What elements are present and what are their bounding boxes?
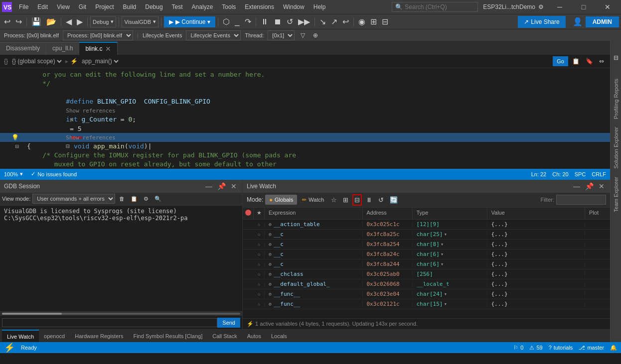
scope-dropdown[interactable]: {} (global scope)	[10, 57, 63, 65]
process-dropdown[interactable]: Process: [0x0] blink.elf	[63, 30, 133, 40]
bottom-tab-locals[interactable]: Locals	[266, 330, 292, 343]
globals-button[interactable]: ● Globals	[265, 195, 297, 205]
bottom-tab-hw-reg[interactable]: Hardware Registers	[70, 330, 128, 343]
gdb-clear-btn[interactable]: 🗑	[117, 195, 127, 203]
menu-help[interactable]: Help	[310, 1, 330, 12]
gdb-close-btn[interactable]: ✕	[229, 182, 238, 190]
gdb-scroll-thumb[interactable]	[2, 313, 62, 315]
lw-refresh-btn[interactable]: ↺	[376, 195, 386, 205]
function-dropdown[interactable]: app_main()	[80, 57, 120, 65]
stop-button[interactable]: ⏹	[272, 16, 284, 27]
lw-pause-btn[interactable]: ⏸	[364, 195, 374, 205]
lw-grid-btn[interactable]: ⊞	[341, 195, 350, 205]
filter-input[interactable]	[556, 195, 606, 205]
lw-refresh2-btn[interactable]: 🔄	[388, 195, 400, 205]
code-bookmark-icon[interactable]: 🔖	[584, 57, 595, 66]
lifecycle-dropdown[interactable]: Lifecycle Events	[186, 30, 241, 40]
bottom-tab-find-symbol[interactable]: Find Symbol Results [Clang]	[128, 330, 207, 343]
back-button[interactable]: ◀	[64, 16, 74, 27]
lw-close-btn[interactable]: ✕	[597, 182, 606, 190]
expand-icon[interactable]: ⊕	[269, 261, 272, 267]
admin-button[interactable]: ADMIN	[586, 16, 619, 27]
settings-icon[interactable]: ⚙	[538, 3, 545, 10]
menu-test[interactable]: Test	[168, 1, 187, 12]
menu-build[interactable]: Build	[119, 1, 141, 12]
menu-view[interactable]: View	[53, 1, 74, 12]
tab-blink-c[interactable]: blink.c ✕	[79, 42, 118, 55]
type-dropdown-arrow[interactable]: ▾	[444, 301, 447, 307]
save-button[interactable]: 💾	[29, 16, 43, 27]
bottom-tab-call-stack[interactable]: Call Stack	[207, 330, 242, 343]
type-dropdown-arrow[interactable]: ▾	[441, 241, 444, 247]
search-input[interactable]	[405, 3, 474, 10]
expand-icon[interactable]: ⊕	[269, 271, 272, 277]
bell-icon[interactable]: 🔔	[610, 345, 617, 351]
lw-star-btn[interactable]: ☆	[329, 195, 339, 205]
lw-columns-btn[interactable]: ⊟	[352, 194, 362, 206]
menu-debug[interactable]: Debug	[141, 1, 166, 12]
tutorials-link[interactable]: ? tutorials	[549, 345, 573, 351]
tab-disassembly[interactable]: Disassembly	[0, 42, 46, 55]
debug-tool-dropdown[interactable]: VisualGDB ▾	[122, 16, 158, 27]
search-box[interactable]: 🔍	[392, 2, 478, 12]
profile-icon[interactable]: 👤	[571, 16, 585, 27]
step-over[interactable]: ↷	[243, 16, 253, 27]
step-button[interactable]: ▶▶	[296, 16, 312, 27]
gdb-minimize-btn[interactable]: —	[204, 182, 214, 190]
type-dropdown-arrow[interactable]: ▾	[444, 231, 447, 238]
debug-mode-dropdown[interactable]: Debug ▾	[90, 16, 116, 27]
redo-button[interactable]: ↪	[13, 16, 24, 27]
expand-icon[interactable]: ⊕	[269, 251, 272, 257]
step-into[interactable]: ↘	[317, 16, 328, 27]
bottom-tab-openocd[interactable]: openocd	[39, 330, 70, 343]
run-to-cursor[interactable]: ⎯	[233, 16, 242, 27]
menu-tools[interactable]: Tools	[218, 1, 240, 12]
menu-analyze[interactable]: Analyze	[188, 1, 217, 12]
code-expand-icon[interactable]: ⇔	[597, 57, 606, 66]
filter-threads-icon[interactable]: ▽	[299, 31, 307, 40]
breakpoint-button[interactable]: ⬡	[221, 16, 232, 27]
gdb-settings-icon[interactable]: ⚙	[142, 195, 151, 203]
menu-window[interactable]: Window	[279, 1, 309, 12]
lw-minimize-btn[interactable]: —	[572, 182, 582, 190]
code-copy-icon[interactable]: 📋	[570, 57, 582, 66]
expand-icon[interactable]: ⊕	[269, 301, 272, 307]
memory-btn[interactable]: ⊞	[368, 16, 379, 27]
view-mode-dropdown[interactable]: User commands + all errors	[32, 194, 115, 204]
gdb-pin-btn[interactable]: 📌	[216, 182, 227, 190]
sidebar-expand-icon[interactable]: ⊟	[612, 43, 621, 73]
gdb-copy-btn[interactable]: 📋	[129, 195, 140, 203]
thread-jump-icon[interactable]: ⊕	[311, 31, 320, 40]
watch-btn[interactable]: ◉	[356, 16, 367, 27]
menu-project[interactable]: Project	[91, 1, 118, 12]
pause-button[interactable]: ⏸	[259, 16, 271, 27]
menu-edit[interactable]: Edit	[33, 1, 52, 12]
undo-button[interactable]: ↩	[2, 16, 12, 27]
live-share-button[interactable]: ↗ Live Share	[518, 16, 565, 28]
registers-btn[interactable]: ⊟	[380, 16, 390, 27]
menu-git[interactable]: Git	[75, 1, 90, 12]
type-dropdown-arrow[interactable]: ▾	[441, 251, 444, 257]
profiling-reports-tab[interactable]: Profiling Reports	[612, 75, 621, 123]
zoom-level[interactable]: 100% ▾	[4, 171, 23, 177]
step-out[interactable]: ↗	[329, 16, 339, 27]
close-button[interactable]: ✕	[596, 0, 619, 14]
expand-icon[interactable]: ⊕	[269, 242, 272, 247]
bottom-tab-autos[interactable]: Autos	[242, 330, 266, 343]
open-button[interactable]: 📂	[44, 16, 58, 27]
branch-info[interactable]: ⎇ master	[579, 345, 604, 351]
team-explorer-tab[interactable]: Team Explorer	[612, 173, 621, 216]
gdb-send-button[interactable]: Send	[217, 318, 240, 328]
maximize-button[interactable]: □	[572, 0, 595, 14]
restart-button[interactable]: ↺	[285, 16, 295, 27]
expand-icon[interactable]: ⊕	[269, 232, 272, 237]
tab-cpu-ll[interactable]: cpu_ll.h	[46, 42, 79, 55]
thread-dropdown[interactable]: [0x1]	[268, 30, 295, 40]
menu-file[interactable]: File	[15, 1, 32, 12]
minimize-button[interactable]: ─	[548, 0, 571, 14]
lw-pin-btn[interactable]: 📌	[584, 182, 595, 190]
watch-button[interactable]: ✏ Watch	[299, 196, 327, 204]
type-dropdown-arrow[interactable]: ▾	[444, 291, 447, 297]
step-back[interactable]: ↩	[340, 16, 351, 27]
expand-icon[interactable]: ⊕	[269, 291, 272, 297]
